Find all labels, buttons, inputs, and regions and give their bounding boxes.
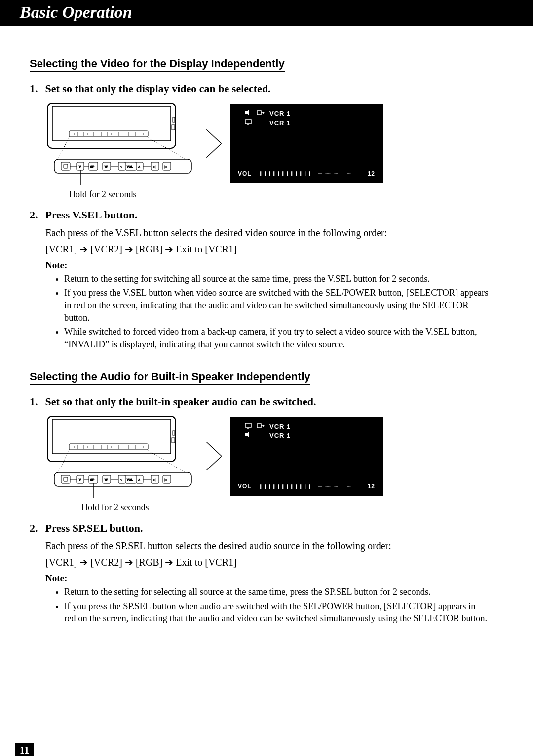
section-2-step-1: 1. Set so that only the built-in speaker… bbox=[30, 396, 503, 408]
section-2-caption: Hold for 2 seconds bbox=[81, 503, 503, 513]
step-text: Set so that only the display video can b… bbox=[45, 82, 271, 95]
svg-marker-46 bbox=[263, 111, 265, 114]
svg-rect-47 bbox=[245, 120, 251, 124]
svg-text:W: W bbox=[105, 165, 108, 168]
svg-text:SP: SP bbox=[90, 165, 94, 168]
svg-text:VOL: VOL bbox=[127, 478, 133, 481]
svg-rect-70 bbox=[64, 477, 68, 481]
section-2-note-label: Note: bbox=[45, 573, 503, 584]
section-1-note-label: Note: bbox=[45, 260, 503, 271]
vol-bar: ❙❙❙❙❙❙❙❙❙❙❙❙ ▫▫▫▫▫▫▫▫▫▫▫▫▫▫▫▫▫▫ bbox=[259, 484, 361, 489]
section-1-figure: V SP W ▼ VOL ▲ ◀ ▶ bbox=[44, 100, 503, 186]
arrow-icon bbox=[206, 442, 221, 470]
svg-rect-45 bbox=[257, 111, 261, 115]
svg-rect-3 bbox=[173, 117, 175, 122]
chapter-header: Basic Operation bbox=[0, 0, 533, 26]
section-2-figure: V SP W ▼ VOL ▲ ◀ ▶ bbox=[44, 413, 503, 500]
svg-rect-52 bbox=[173, 431, 175, 435]
section-1-notes: Return to the setting for switching all … bbox=[54, 273, 503, 351]
section-2-step-2: 2. Press SP.SEL button. bbox=[30, 522, 503, 535]
svg-rect-51 bbox=[172, 438, 175, 443]
svg-text:▲: ▲ bbox=[138, 478, 141, 481]
step-number: 2. bbox=[30, 209, 42, 221]
svg-text:V: V bbox=[79, 165, 81, 168]
monitor-icon bbox=[245, 119, 252, 127]
monitor-icon bbox=[245, 423, 252, 430]
svg-rect-53 bbox=[69, 444, 148, 450]
chapter-title: Basic Operation bbox=[20, 3, 132, 21]
step-text: Set so that only the built-in speaker au… bbox=[45, 396, 316, 408]
device-panel-illustration: V SP W ▼ VOL ▲ ◀ ▶ bbox=[44, 100, 197, 186]
section-1-sequence: [VCR1] ➔ [VCR2] ➔ [RGB] ➔ Exit to [VCR1] bbox=[45, 243, 503, 256]
svg-rect-94 bbox=[257, 424, 261, 428]
osd-line-2-label: VCR 1 bbox=[269, 119, 291, 127]
section-1-step-1: 1. Set so that only the display video ca… bbox=[30, 82, 503, 95]
output-arrow-icon bbox=[257, 423, 265, 430]
svg-text:W: W bbox=[105, 478, 108, 481]
vol-label: VOL bbox=[238, 170, 252, 177]
note-item: Return to the setting for selecting all … bbox=[64, 586, 489, 598]
section-1-heading: Selecting the Video for the Display Inde… bbox=[30, 57, 285, 72]
svg-rect-4 bbox=[69, 131, 148, 137]
output-arrow-icon bbox=[257, 110, 265, 117]
section-1-step-2: 2. Press V.SEL button. bbox=[30, 209, 503, 221]
step-number: 1. bbox=[30, 82, 42, 95]
step-text: Press SP.SEL button. bbox=[45, 522, 143, 534]
vol-label: VOL bbox=[238, 483, 252, 490]
page-number: 11 bbox=[15, 743, 34, 756]
note-item: If you press the SP.SEL button when audi… bbox=[64, 600, 489, 625]
section-1-caption: Hold for 2 seconds bbox=[69, 189, 503, 200]
section-2-heading: Selecting the Audio for Built-in Speaker… bbox=[30, 370, 310, 385]
svg-marker-44 bbox=[247, 110, 249, 115]
osd-line-1-label: VCR 1 bbox=[269, 110, 291, 117]
device-panel-illustration: V SP W ▼ VOL ▲ ◀ ▶ bbox=[44, 413, 197, 500]
svg-rect-2 bbox=[172, 125, 175, 130]
step-number: 1. bbox=[30, 396, 42, 408]
svg-text:▼: ▼ bbox=[120, 478, 123, 481]
speaker-icon bbox=[245, 432, 252, 439]
osd-screen-1: VCR 1 VCR 1 VOL ❙❙❙❙❙❙❙❙❙❙❙❙ ▫▫▫▫▫▫▫▫▫▫▫… bbox=[230, 104, 383, 183]
note-item: Return to the setting for switching all … bbox=[64, 273, 489, 285]
svg-text:▶: ▶ bbox=[164, 165, 167, 168]
speaker-icon bbox=[245, 110, 252, 117]
osd-line-2-label: VCR 1 bbox=[269, 432, 291, 439]
osd-line-1-label: VCR 1 bbox=[269, 423, 291, 430]
section-1-step-2-desc: Each press of the V.SEL button selects t… bbox=[45, 226, 503, 240]
osd-screen-2: VCR 1 VCR 1 VOL ❙❙❙❙❙❙❙❙❙❙❙❙ ▫▫▫▫▫▫▫▫▫▫▫… bbox=[230, 417, 383, 496]
svg-rect-43 bbox=[245, 111, 247, 114]
svg-rect-92 bbox=[245, 423, 251, 427]
section-2-step-2-desc: Each press of the SP.SEL button selects … bbox=[45, 540, 503, 553]
svg-text:▶: ▶ bbox=[164, 478, 167, 481]
svg-text:▲: ▲ bbox=[138, 165, 141, 168]
section-2-sequence: [VCR1] ➔ [VCR2] ➔ [RGB] ➔ Exit to [VCR1] bbox=[45, 556, 503, 569]
svg-text:VOL: VOL bbox=[127, 165, 133, 168]
svg-text:◀: ◀ bbox=[152, 478, 155, 481]
svg-rect-21 bbox=[64, 164, 68, 168]
svg-marker-97 bbox=[247, 432, 249, 437]
step-text: Press V.SEL button. bbox=[45, 209, 138, 221]
svg-text:◀: ◀ bbox=[152, 165, 155, 168]
vol-value: 12 bbox=[368, 170, 375, 177]
vol-value: 12 bbox=[368, 483, 375, 490]
arrow-icon bbox=[206, 130, 221, 157]
section-2-notes: Return to the setting for selecting all … bbox=[54, 586, 503, 625]
note-item: While switched to forced video from a ba… bbox=[64, 326, 489, 351]
svg-text:V: V bbox=[79, 478, 81, 481]
vol-bar: ❙❙❙❙❙❙❙❙❙❙❙❙ ▫▫▫▫▫▫▫▫▫▫▫▫▫▫▫▫▫▫ bbox=[259, 171, 361, 176]
note-item: If you press the V.SEL button when video… bbox=[64, 287, 489, 324]
svg-rect-96 bbox=[245, 433, 247, 436]
svg-marker-95 bbox=[263, 424, 265, 427]
svg-text:SP: SP bbox=[90, 478, 94, 481]
svg-text:▼: ▼ bbox=[120, 165, 123, 168]
step-number: 2. bbox=[30, 522, 42, 535]
